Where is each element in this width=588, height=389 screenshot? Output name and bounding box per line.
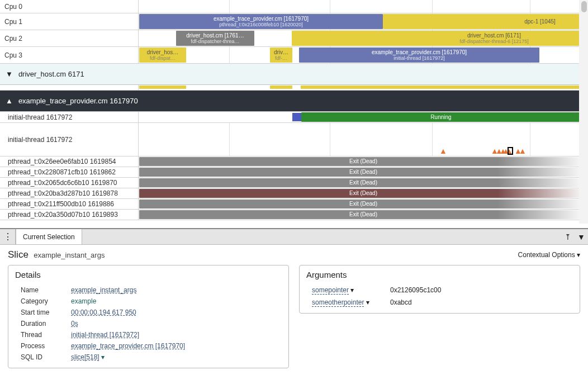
arg-value: 0xabcd <box>390 298 567 306</box>
detail-key: SQL ID <box>21 353 71 361</box>
trace-slice[interactable]: example_trace_provider.cm [1617970]initi… <box>299 48 539 63</box>
cpu-row-label[interactable]: Cpu 0 <box>0 0 139 13</box>
slice-title: Slice <box>8 249 29 260</box>
cpu-track[interactable] <box>139 0 588 13</box>
cpu-row-label[interactable]: Cpu 1 <box>0 13 139 30</box>
cpu-track[interactable]: driver_hos…fdf-dispat…driv…fdf-…example_… <box>139 47 588 63</box>
arg-key[interactable]: someotherpointer ▾ <box>312 298 390 306</box>
exit-slice[interactable]: Exit (Dead) <box>139 189 587 198</box>
thread-track[interactable]: Running <box>139 112 588 122</box>
pin-icon[interactable]: ⤒ <box>561 229 575 244</box>
arg-value: 0x2126095c1c00 <box>390 286 567 294</box>
instant-marker-icon[interactable]: ▲ <box>519 147 527 155</box>
detail-value[interactable]: example_trace_provider.cm [1617970] <box>71 342 282 350</box>
menu-icon[interactable]: ⋮ <box>0 229 16 244</box>
arg-key[interactable]: somepointer ▾ <box>312 286 390 294</box>
thread-row-label[interactable]: pthread_t:0x20ba3d287b10 1619878 <box>0 188 139 198</box>
exit-slice[interactable]: Exit (Dead) <box>139 200 587 208</box>
chevron-down-icon[interactable]: ▼ <box>575 229 588 244</box>
detail-value: example <box>71 297 282 305</box>
trace-slice[interactable]: dpc-1 [1045] <box>383 14 588 29</box>
thread-row-label[interactable]: pthread_t:0x20a350d07b10 1619893 <box>0 210 139 220</box>
exit-slice[interactable]: Exit (Dead) <box>139 168 587 177</box>
chevron-up-icon: ▲ <box>6 97 13 105</box>
group-header-example-trace[interactable]: ▲example_trace_provider.cm 1617970 <box>0 91 588 112</box>
group-header-driver-host[interactable]: ▼driver_host.cm 6171 <box>0 64 588 85</box>
contextual-options-dropdown[interactable]: Contextual Options ▾ <box>518 251 580 259</box>
group-label: example_trace_provider.cm 1617970 <box>18 97 138 105</box>
selected-marker[interactable] <box>508 147 513 155</box>
arguments-card: Argumentssomepointer ▾0x2126095c1c00some… <box>299 265 580 314</box>
thread-row-label[interactable]: pthread_t:0x26ee0e6fab10 1619854 <box>0 156 139 167</box>
exit-slice[interactable]: Exit (Dead) <box>139 178 587 187</box>
detail-key: Duration <box>21 320 71 328</box>
trace-slice[interactable]: driver_host.cm [1761…fdf-dispatcher-thre… <box>176 31 254 46</box>
cpu-row-label[interactable]: Cpu 3 <box>0 47 139 63</box>
detail-value[interactable]: initial-thread [1617972] <box>71 331 282 339</box>
cpu-track[interactable]: driver_host.cm [1761…fdf-dispatcher-thre… <box>139 30 588 46</box>
tab-current-selection[interactable]: Current Selection <box>16 229 82 244</box>
exit-slice[interactable]: Exit (Dead) <box>139 157 587 166</box>
detail-value[interactable]: example_instant_args <box>71 286 282 294</box>
thread-row-label[interactable]: pthread_t:0x2065dc6c6b10 1619870 <box>0 178 139 188</box>
detail-key: Process <box>21 342 71 350</box>
detail-key: Thread <box>21 331 71 339</box>
cpu-track[interactable]: example_trace_provider.cm [1617970]pthre… <box>139 13 588 30</box>
exit-slice[interactable]: Exit (Dead) <box>139 210 587 219</box>
trace-slice[interactable]: driver_host.cm [6171]fdf-dispatcher-thre… <box>292 31 588 46</box>
detail-key: Start time <box>21 309 71 316</box>
group-label: driver_host.cm 6171 <box>18 70 84 78</box>
detail-key: Name <box>21 286 71 294</box>
instant-track[interactable]: ▲▲▲▲▲▲▲▲ <box>139 123 588 156</box>
details-card: DetailsNameexample_instant_argsCategorye… <box>8 265 289 368</box>
thread-row-label[interactable]: pthread_t:0x211ff500db10 1619886 <box>0 199 139 209</box>
cpu-row-label[interactable]: Cpu 2 <box>0 30 139 46</box>
detail-value[interactable]: 00:00:00.194 617 950 <box>71 309 282 316</box>
thread-row-label[interactable]: pthread_t:0x2280871cfb10 1619862 <box>0 167 139 177</box>
running-slice[interactable]: Running <box>301 112 581 122</box>
trace-slice[interactable]: driver_hos…fdf-dispat… <box>139 48 186 63</box>
slice-name: example_instant_args <box>34 251 105 259</box>
instant-marker-icon[interactable]: ▲ <box>439 147 447 155</box>
details-title: Details <box>8 265 288 284</box>
thread-row-label[interactable]: initial-thread 1617972 <box>0 123 139 156</box>
scrollbar[interactable] <box>579 0 588 224</box>
detail-value[interactable]: 0s <box>71 320 282 328</box>
detail-value[interactable]: slice[518] ▾ <box>71 353 282 361</box>
trace-slice[interactable]: example_trace_provider.cm [1617970]pthre… <box>139 14 383 29</box>
chevron-down-icon: ▼ <box>6 70 13 78</box>
thread-row-label[interactable]: initial-thread 1617972 <box>0 112 139 122</box>
trace-slice[interactable]: driv…fdf-… <box>270 48 292 63</box>
arguments-title: Arguments <box>300 265 580 284</box>
detail-key: Category <box>21 297 71 305</box>
